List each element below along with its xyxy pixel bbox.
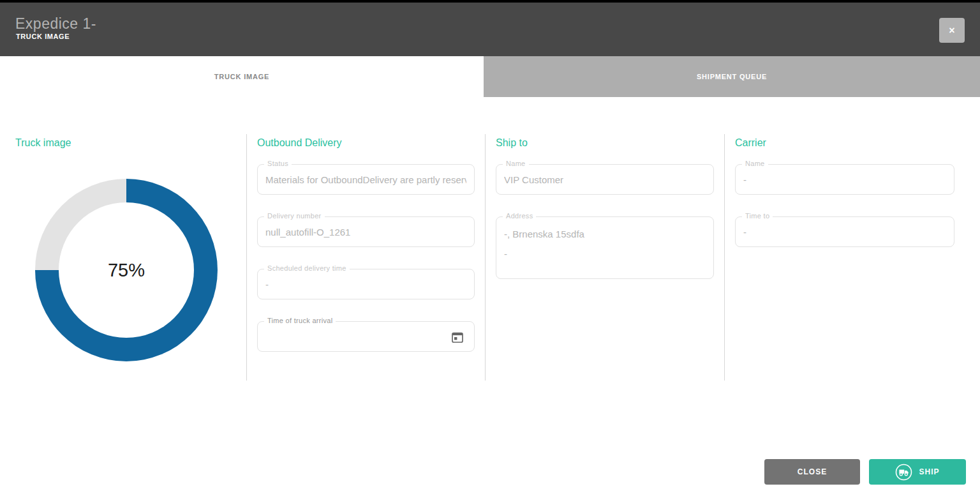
ship-to-address-label: Address xyxy=(503,212,536,220)
close-button[interactable]: CLOSE xyxy=(764,459,860,485)
divider xyxy=(724,134,725,381)
modal-header: Expedice 1- TRUCK IMAGE × xyxy=(0,3,980,56)
divider xyxy=(485,134,486,381)
ship-to-address-field: Address -, Brnenska 15sdfa - xyxy=(496,216,714,279)
carrier-name-value: - xyxy=(743,165,946,194)
delivery-number-field: Delivery number null_autofill-O_1261 xyxy=(257,216,475,247)
carrier-time-to-value: - xyxy=(743,217,946,246)
carrier-time-to-field: Time to - xyxy=(735,216,954,247)
tab-bar: TRUCK IMAGE SHIPMENT QUEUE xyxy=(0,56,980,97)
modal-subtitle: TRUCK IMAGE xyxy=(16,33,70,40)
tab-truck-image[interactable]: TRUCK IMAGE xyxy=(0,56,484,97)
donut-hole: 75% xyxy=(59,202,194,338)
tab-shipment-queue[interactable]: SHIPMENT QUEUE xyxy=(484,56,980,97)
section-title-ship-to: Ship to xyxy=(496,137,528,149)
truck-fill-donut: 75% xyxy=(35,179,218,361)
truck-fill-percent: 75% xyxy=(108,260,145,281)
ship-to-address-line1: -, Brnenska 15sdfa xyxy=(504,229,584,239)
ship-to-name-value: VIP Customer xyxy=(504,165,706,194)
ship-to-name-field: Name VIP Customer xyxy=(496,164,714,195)
section-title-carrier: Carrier xyxy=(735,137,766,149)
time-of-truck-arrival-value[interactable] xyxy=(265,322,466,351)
close-button-label: CLOSE xyxy=(798,467,827,476)
scheduled-delivery-time-field: Scheduled delivery time - xyxy=(257,269,475,299)
section-title-truck-image: Truck image xyxy=(15,137,71,149)
ship-button-label: SHIP xyxy=(919,467,939,476)
modal-title: Expedice 1- xyxy=(15,15,96,33)
status-value: Materials for OutboundDelivery are partl… xyxy=(265,165,466,194)
delivery-number-value: null_autofill-O_1261 xyxy=(265,217,466,246)
calendar-icon[interactable] xyxy=(451,331,464,344)
carrier-name-field: Name - xyxy=(735,164,954,195)
truck-icon xyxy=(895,464,912,481)
section-title-outbound-delivery: Outbound Delivery xyxy=(257,137,342,149)
truck-image-modal: Expedice 1- TRUCK IMAGE × TRUCK IMAGE SH… xyxy=(0,0,980,491)
scheduled-delivery-time-value: - xyxy=(265,269,466,299)
close-icon[interactable]: × xyxy=(939,18,965,43)
status-field: Status Materials for OutboundDelivery ar… xyxy=(257,164,475,195)
ship-button[interactable]: SHIP xyxy=(869,459,966,485)
ship-to-address-line2: - xyxy=(504,248,507,259)
time-of-truck-arrival-field[interactable]: Time of truck arrival xyxy=(257,321,475,352)
divider xyxy=(246,134,247,381)
